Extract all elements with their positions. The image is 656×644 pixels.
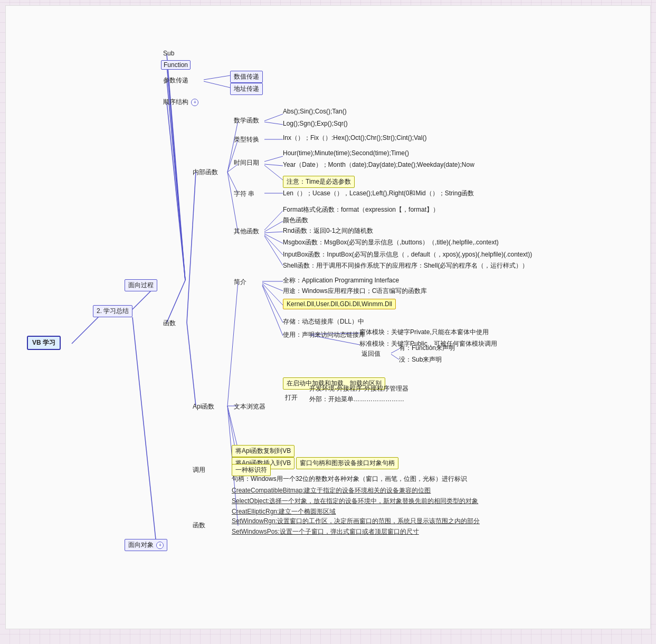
math-func1-text: Abs();Sin();Cos();Tan()	[283, 108, 347, 115]
api-func1-text: CreateCompatibleBitmap:建立于指定的设备环境相关的设备兼容…	[232, 487, 431, 494]
summary-label: 2. 学习总结	[93, 305, 132, 317]
svg-line-25	[264, 221, 283, 232]
oop-label: 面向对象 +	[125, 539, 167, 551]
copy-api-text: 将Api函数复制到VB	[232, 445, 294, 457]
other3-node: Rnd函数：返回0-1之间的随机数	[283, 226, 373, 235]
return-val-node: 返回值	[359, 349, 383, 359]
svg-line-10	[187, 172, 196, 323]
svg-line-36	[262, 282, 283, 291]
api-func5-text: SetWindowsPos:设置一个子窗口，弹出式窗口或者顶层窗口的尺寸	[232, 528, 419, 535]
open1-text: 开发环境-外接程序-外接程序管理器	[309, 385, 408, 392]
return-has-text: 有：Function来声明	[399, 344, 455, 352]
api-func3-node: CreatEllipticRgn:建立一个椭圆形区域	[232, 507, 336, 516]
procedural-label: 面向过程	[125, 279, 157, 291]
str-func-node: 字符 串	[232, 189, 256, 199]
math-func-node: 数学函数	[232, 116, 261, 126]
time-func-label: 时间日期	[232, 158, 261, 168]
api-func4-text: SetWindowRgn:设置窗口的工作区，决定所画窗口的范围，系统只显示该范围…	[232, 517, 480, 525]
str-func-label: 字符 串	[232, 189, 256, 199]
params-addr-node: 地址传递	[230, 83, 263, 95]
svg-line-43	[391, 354, 399, 359]
svg-line-9	[204, 81, 230, 88]
func-api-label: 函数	[191, 520, 207, 531]
open-label-text: 打开	[283, 393, 300, 403]
other4-text: Msgbox函数：MsgBox(必写的显示信息（,buttons）（,title…	[283, 239, 499, 246]
svg-line-22	[264, 165, 283, 180]
other-func-label: 其他函数	[232, 226, 261, 236]
svg-line-42	[391, 349, 399, 353]
type-conv1-node: Inx（）；Fix（）:Hex();Oct();Chr();Str();Cint…	[283, 134, 426, 143]
hwnd-tooltip-text: 窗口句柄和图形设备接口对象句柄	[296, 457, 398, 469]
svg-line-8	[204, 75, 230, 80]
other-func-node: 其他函数	[232, 226, 261, 236]
str-func1-text: Len（）；Ucase（），Lcase();Left(),Right(0和Mid…	[283, 190, 474, 197]
svg-line-5	[167, 80, 185, 280]
function-label: Function	[161, 60, 191, 70]
time-func2-text: Year（Date）；Month（date);Day(date);Date();…	[283, 161, 474, 168]
api-func4-node: SetWindowRgn:设置窗口的工作区，决定所画窗口的范围，系统只显示该范围…	[232, 517, 480, 526]
return-val-label: 返回值	[359, 349, 383, 359]
svg-line-11	[187, 323, 196, 406]
time-func1-node: Hour(time);Minute(time);Second(time);Tim…	[283, 149, 409, 157]
time-func1-text: Hour(time);Minute(time);Second(time);Tim…	[283, 149, 409, 157]
procedural-node: 面向过程	[125, 279, 157, 291]
api-fullname-text: 全称：Application Programming Interface	[283, 277, 399, 284]
api-func2-node: SelectObject:选择一个对象，放在指定的设备环境中，新对象替换先前的相…	[232, 497, 478, 506]
math-func2-text: Log();Sgn();Exp();Sqr()	[283, 120, 348, 127]
type-conv-label: 类型转换	[232, 135, 261, 145]
sub-node: Sub	[161, 49, 176, 58]
internal-func-node: 内部函数	[191, 167, 220, 177]
func-main-label: 函数	[161, 318, 178, 328]
time-func3-node: 注意：Time是必选参数	[283, 176, 355, 188]
params-node: 参数传递	[161, 75, 191, 86]
open2-text: 外部：开始菜单……………………	[309, 395, 404, 403]
seq-node: 顺序结构 +	[161, 97, 201, 107]
text-browser-label: 文本浏览器	[232, 402, 268, 412]
svg-line-39	[262, 286, 283, 336]
params-value-label: 数值传递	[230, 71, 263, 83]
svg-line-38	[262, 285, 283, 323]
other6-text: Shell函数：用于调用不同操作系统下的应用程序：Shell(必写的程序名（，运…	[283, 262, 528, 269]
open-label-node: 打开	[283, 393, 300, 403]
root-label: VB 学习	[27, 336, 61, 350]
time-func-node: 时间日期	[232, 158, 261, 168]
svg-line-37	[262, 283, 283, 305]
svg-line-21	[264, 164, 283, 166]
return-no-node: 没：Sub来声明	[399, 355, 442, 364]
window-module-text: 窗体模块：关键字Private,只能在本窗体中使用	[359, 328, 489, 336]
svg-line-17	[264, 114, 283, 121]
seq-expand[interactable]: +	[191, 99, 198, 106]
type-conv1-text: Inx（）；Fix（）:Hex();Oct();Chr();Str();Cint…	[283, 134, 426, 141]
api-purpose-node: 用途：Windows应用程序接口；C语言编写的函数库	[283, 287, 427, 296]
params-label: 参数传递	[161, 75, 191, 86]
time-func2-node: Year（Date）；Month（date);Day(date);Date();…	[283, 160, 474, 169]
svg-line-28	[264, 235, 283, 255]
api-use-node: 使用：声明来访问动态链接库	[283, 330, 365, 339]
other4-node: Msgbox函数：MsgBox(必写的显示信息（,buttons）（,title…	[283, 238, 499, 247]
svg-line-6	[167, 102, 185, 280]
api-dlls-text: Kernel.Dll,User.Dll,GDi.Dll,Winmm.Dll	[283, 299, 396, 309]
internal-func-label: 内部函数	[191, 167, 220, 177]
api-func-node: Api函数	[191, 402, 216, 412]
invoke-node: 调用	[191, 465, 207, 475]
svg-line-29	[264, 236, 283, 266]
other1-node: Format格式化函数：format（expression【，format】）	[283, 205, 439, 214]
summary-node: 2. 学习总结	[93, 305, 132, 317]
type-conv-node: 类型转换	[232, 135, 261, 145]
other6-node: Shell函数：用于调用不同操作系统下的应用程序：Shell(必写的程序名（，运…	[283, 261, 528, 270]
time-func3-text: 注意：Time是必选参数	[283, 176, 355, 188]
return-has-node: 有：Function来声明	[399, 344, 455, 353]
api-func5-node: SetWindowsPos:设置一个子窗口，弹出式窗口或者顶层窗口的尺寸	[232, 527, 419, 536]
api-purpose-text: 用途：Windows应用程序接口；C语言编写的函数库	[283, 287, 427, 295]
window-module-node: 窗体模块：关键字Private,只能在本窗体中使用	[359, 328, 489, 337]
svg-line-27	[264, 234, 283, 243]
other5-node: InputBox函数：InputBox(必写的显示信息（，default（，xp…	[283, 250, 532, 259]
str-func1-node: Len（）；Ucase（），Lcase();Left(),Right(0和Mid…	[283, 189, 474, 198]
api-storage-text: 存储：动态链接库（DLL）中	[283, 318, 364, 325]
other2-text: 颜色函数	[283, 216, 308, 224]
hwnd-desc-node: 句柄：Windows用一个32位的整数对各种对象（窗口，画笔，位图，光标）进行标…	[232, 475, 467, 484]
oop-expand[interactable]: +	[156, 542, 164, 549]
api-func-label: Api函数	[191, 402, 216, 412]
api-storage-node: 存储：动态链接库（DLL）中	[283, 317, 364, 326]
other2-node: 颜色函数	[283, 216, 308, 225]
